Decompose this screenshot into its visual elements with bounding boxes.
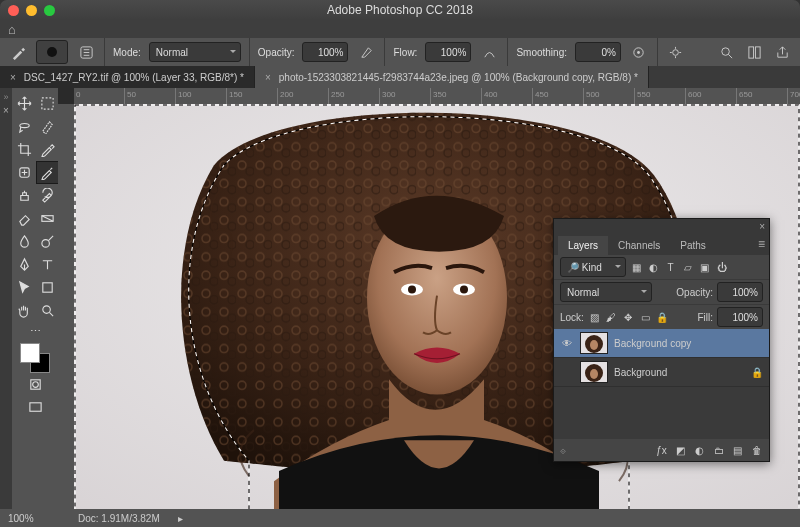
document-tab[interactable]: × photo-1523303821445-f2983744a23e.jpeg …: [255, 66, 649, 88]
ruler-vertical[interactable]: [58, 104, 74, 527]
lock-transparent-icon[interactable]: ▨: [588, 311, 601, 324]
layer-thumbnail[interactable]: [580, 361, 608, 383]
healing-brush-tool[interactable]: [13, 161, 36, 184]
mask-icon[interactable]: ◩: [674, 444, 687, 457]
marquee-tool[interactable]: [36, 92, 59, 115]
trash-icon[interactable]: 🗑: [750, 444, 763, 457]
quick-select-tool[interactable]: [36, 115, 59, 138]
opacity-value[interactable]: 100%: [302, 42, 348, 62]
fill-value[interactable]: 100%: [717, 307, 763, 327]
layer-opacity-value[interactable]: 100%: [717, 282, 763, 302]
filter-shape-icon[interactable]: ▱: [681, 261, 694, 274]
search-icon[interactable]: [716, 42, 736, 62]
filter-pixel-icon[interactable]: ▦: [630, 261, 643, 274]
menu-row: ⌂: [0, 20, 800, 38]
status-disclosure-icon[interactable]: ▸: [178, 513, 183, 524]
svg-point-3: [673, 49, 679, 55]
filter-kind-dropdown[interactable]: 🔎 Kind: [560, 257, 626, 277]
tool-preset-picker[interactable]: [8, 42, 28, 62]
hand-tool[interactable]: [13, 299, 36, 322]
close-icon[interactable]: ×: [3, 105, 9, 116]
app-title: Adobe Photoshop CC 2018: [0, 3, 800, 17]
history-brush-tool[interactable]: [36, 184, 59, 207]
brush-settings-icon[interactable]: [76, 42, 96, 62]
edit-toolbar-icon[interactable]: ⋯: [24, 325, 47, 337]
panel-menu-icon[interactable]: ≡: [758, 237, 765, 251]
ruler-horizontal[interactable]: 050 100150 200250 300350 400450 500550 6…: [74, 88, 800, 104]
lock-label: Lock:: [560, 312, 584, 323]
fx-icon[interactable]: ƒx: [655, 444, 668, 457]
lock-artboard-icon[interactable]: ▭: [639, 311, 652, 324]
layer-list: 👁 Background copy Background 🔒: [554, 329, 769, 439]
quickmask-toggle[interactable]: [24, 373, 47, 396]
close-tab-icon[interactable]: ×: [265, 72, 271, 83]
crop-tool[interactable]: [13, 138, 36, 161]
adjustment-icon[interactable]: ◐: [693, 444, 706, 457]
lock-icon: 🔒: [751, 367, 763, 378]
opacity-pressure-icon[interactable]: [356, 42, 376, 62]
screenmode-toggle[interactable]: [24, 396, 47, 419]
filter-adjust-icon[interactable]: ◐: [647, 261, 660, 274]
layer-thumbnail[interactable]: [580, 332, 608, 354]
panel-tab-channels[interactable]: Channels: [608, 236, 670, 255]
zoom-level[interactable]: 100%: [8, 513, 60, 524]
layer-row[interactable]: 👁 Background copy: [554, 329, 769, 358]
titlebar: Adobe Photoshop CC 2018: [0, 0, 800, 20]
layer-row[interactable]: Background 🔒: [554, 358, 769, 387]
new-layer-icon[interactable]: ▤: [731, 444, 744, 457]
mode-label: Mode:: [113, 47, 141, 58]
workspace-switcher-icon[interactable]: [744, 42, 764, 62]
svg-point-23: [460, 285, 468, 293]
eyedropper-tool[interactable]: [36, 138, 59, 161]
tab-label: DSC_1427_RY2.tif @ 100% (Layer 33, RGB/8…: [24, 72, 244, 83]
layer-name[interactable]: Background copy: [614, 338, 763, 349]
clone-stamp-tool[interactable]: [13, 184, 36, 207]
filter-toggle-icon[interactable]: ⏻: [715, 261, 728, 274]
brush-tool[interactable]: [36, 161, 59, 184]
blur-tool[interactable]: [13, 230, 36, 253]
svg-rect-11: [42, 283, 51, 292]
path-select-tool[interactable]: [13, 276, 36, 299]
brush-preset-picker[interactable]: [36, 40, 68, 64]
home-icon[interactable]: ⌂: [8, 22, 16, 37]
layer-blend-dropdown[interactable]: Normal: [560, 282, 652, 302]
layers-panel[interactable]: × Layers Channels Paths ≡ 🔎 Kind ▦ ◐ T ▱…: [553, 218, 770, 462]
visibility-icon[interactable]: 👁: [560, 338, 574, 349]
shape-tool[interactable]: [36, 276, 59, 299]
close-tab-icon[interactable]: ×: [10, 72, 16, 83]
group-icon[interactable]: 🗀: [712, 444, 725, 457]
type-tool[interactable]: [36, 253, 59, 276]
airbrush-icon[interactable]: [479, 42, 499, 62]
smoothing-options-icon[interactable]: [629, 42, 649, 62]
dodge-tool[interactable]: [36, 230, 59, 253]
share-icon[interactable]: [772, 42, 792, 62]
blend-mode-dropdown[interactable]: Normal: [149, 42, 241, 62]
expand-arrow-icon[interactable]: »: [3, 92, 8, 102]
panel-tabs: Layers Channels Paths ≡: [554, 233, 769, 255]
panel-tab-paths[interactable]: Paths: [670, 236, 716, 255]
move-tool[interactable]: [13, 92, 36, 115]
pressure-size-icon[interactable]: [666, 42, 686, 62]
pen-tool[interactable]: [13, 253, 36, 276]
zoom-tool[interactable]: [36, 299, 59, 322]
color-swatches[interactable]: [20, 343, 50, 373]
svg-rect-6: [755, 46, 760, 57]
lasso-tool[interactable]: [13, 115, 36, 138]
eraser-tool[interactable]: [13, 207, 36, 230]
gradient-tool[interactable]: [36, 207, 59, 230]
status-bar: 100% Doc: 1.91M/3.82M ▸: [0, 509, 800, 527]
smoothing-value[interactable]: 0%: [575, 42, 621, 62]
lock-all-icon[interactable]: 🔒: [656, 311, 669, 324]
link-layers-icon[interactable]: ⟐: [560, 445, 566, 456]
lock-position-icon[interactable]: ✥: [622, 311, 635, 324]
panel-tab-layers[interactable]: Layers: [558, 236, 608, 255]
document-tab[interactable]: × DSC_1427_RY2.tif @ 100% (Layer 33, RGB…: [0, 66, 255, 88]
filter-type-icon[interactable]: T: [664, 261, 677, 274]
filter-smart-icon[interactable]: ▣: [698, 261, 711, 274]
flow-value[interactable]: 100%: [425, 42, 471, 62]
foreground-swatch[interactable]: [20, 343, 40, 363]
close-panel-icon[interactable]: ×: [759, 221, 765, 232]
tab-label: photo-1523303821445-f2983744a23e.jpeg @ …: [279, 72, 638, 83]
layer-name[interactable]: Background: [614, 367, 745, 378]
lock-paint-icon[interactable]: 🖌: [605, 311, 618, 324]
